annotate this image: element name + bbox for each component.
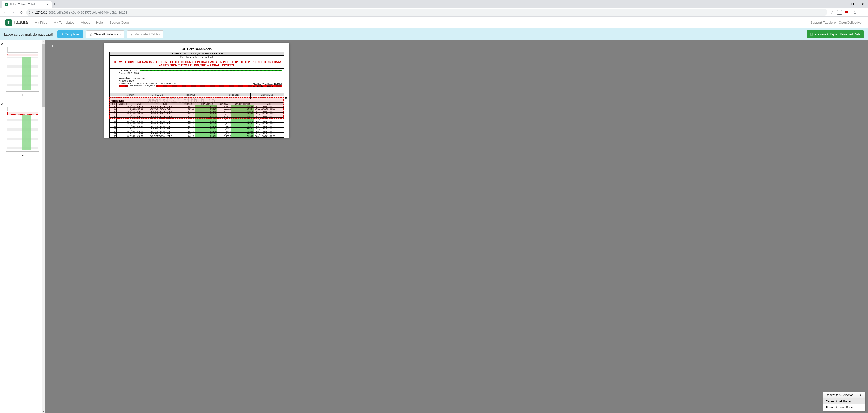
menu-icon[interactable]: ⋮ bbox=[860, 9, 866, 15]
reg-value: 8 bbox=[151, 96, 165, 99]
maximize-button[interactable]: ❐ bbox=[847, 0, 858, 8]
url-box[interactable]: i 127.0.0.1:8080/pdf/a688efc6df04854570b… bbox=[26, 9, 827, 16]
scroll-thumb[interactable] bbox=[42, 44, 45, 107]
table-row: 6852/9/2016 16:19CONVENTIONAL PERF9,071.… bbox=[110, 105, 284, 108]
autodetect-label: Autodetect Tables bbox=[135, 33, 160, 36]
close-window-button[interactable]: ✕ bbox=[858, 0, 868, 8]
col-job: Job bbox=[254, 103, 284, 105]
nav-help[interactable]: Help bbox=[96, 21, 103, 24]
repeat-selection-button[interactable]: Repeat this Selection ▾ bbox=[824, 392, 865, 398]
prod-value: 2/22/2016 13:00 bbox=[251, 96, 284, 99]
thumbnail-1-number: 1 bbox=[2, 93, 43, 96]
spud-label: Spud Date bbox=[217, 94, 250, 96]
download-icon bbox=[61, 33, 64, 36]
bookmark-icon[interactable]: ☆ bbox=[829, 9, 835, 15]
clear-label: Clear All Selections bbox=[94, 33, 121, 36]
col-btmtvd: Btm (TVD) (ftKB) bbox=[231, 103, 254, 105]
scroll-down-arrow[interactable]: ▼ bbox=[42, 410, 45, 413]
bolt-icon bbox=[130, 33, 133, 36]
thumbnail-2-number: 2 bbox=[2, 153, 43, 156]
export-label: Preview & Export Extracted Data bbox=[814, 33, 861, 36]
table-row: 6652/9/2016 10:59CONVENTIONAL PERF9,371.… bbox=[110, 130, 284, 133]
extension-badge-icon[interactable]: 0 bbox=[837, 10, 842, 15]
preview-export-button[interactable]: Preview & Export Extracted Data bbox=[807, 31, 864, 38]
col-top: Top (ftKB) bbox=[181, 103, 195, 105]
col-toptvd: Top (TVD) (ftKB) bbox=[195, 103, 217, 105]
clear-selections-button[interactable]: Clear All Selections bbox=[86, 31, 125, 38]
schem-conductor: Conductor; 26.0-120.0 bbox=[119, 70, 139, 72]
header-row: API/UWI42-003-46352-0000 ST REG DIST8 Fi… bbox=[110, 94, 284, 99]
meta-horizontal: HORIZONTAL - Original, 5/16/2016 8:55:32… bbox=[110, 52, 284, 55]
schem-td: TD - Original; 19,441.0 bbox=[253, 85, 282, 88]
thumbnail-sidebar: ✕ 1 ✕ 2 ▲ ▼ bbox=[0, 40, 45, 413]
repeat-all-pages-item[interactable]: Repeat to All Pages bbox=[824, 398, 865, 405]
scroll-up-arrow[interactable]: ▲ bbox=[42, 40, 45, 43]
thumbnail-2-close[interactable]: ✕ bbox=[1, 102, 4, 105]
main-area: 1. UL Perf Schematic HORIZONTAL - Origin… bbox=[45, 40, 868, 413]
col-date: Date bbox=[129, 103, 149, 105]
site-info-icon[interactable]: i bbox=[29, 11, 33, 14]
reload-button[interactable] bbox=[18, 9, 24, 15]
forward-button[interactable] bbox=[10, 9, 16, 15]
table-row: 6752/9/2016 13:31CONVENTIONAL PERF9,221.… bbox=[110, 118, 284, 120]
sidebar-scrollbar[interactable]: ▲ ▼ bbox=[42, 40, 45, 413]
thumbnail-1-wrap: ✕ 1 bbox=[2, 42, 43, 96]
nav-source-code[interactable]: Source Code bbox=[109, 21, 129, 24]
col-cluster: Cluster # bbox=[116, 103, 129, 105]
url-host: 127.0.0.1 bbox=[34, 11, 48, 14]
thumbnail-2[interactable] bbox=[6, 102, 39, 151]
thumbnail-1[interactable] bbox=[6, 42, 39, 92]
col-btm: Btm (ftKB) bbox=[217, 103, 231, 105]
clear-icon bbox=[89, 33, 92, 36]
prod-label: On Prod Date bbox=[251, 94, 284, 96]
table-icon bbox=[810, 33, 813, 36]
notice-text: THIS WELLBORE DIAGRAM IS REFLECTIVE OF T… bbox=[110, 59, 284, 68]
close-tab-icon[interactable]: ✕ bbox=[46, 3, 49, 6]
field-label: Field Name bbox=[165, 94, 217, 96]
mcafee-icon[interactable]: ⛊ bbox=[844, 9, 850, 15]
table-row: 6842/9/2016 16:18CONVENTIONAL PERF9,101.… bbox=[110, 108, 284, 110]
meta-directional: Directional schematic (actual) bbox=[110, 55, 284, 59]
templates-label: Templates bbox=[65, 33, 80, 36]
tabula-logo[interactable]: T Tabula bbox=[5, 20, 28, 26]
nav-my-templates[interactable]: My Templates bbox=[54, 21, 74, 24]
toolbar: lattice-survey-multiple-pages.pdf Templa… bbox=[0, 29, 868, 40]
schem-production: Production; 8,140.0-19,441.0 bbox=[129, 85, 155, 87]
field-value: SPRABERRY (TREND AREA) bbox=[165, 96, 217, 99]
browser-tab[interactable]: T Select Tables | Tabula ✕ bbox=[2, 1, 52, 8]
svg-point-0 bbox=[855, 11, 856, 12]
repeat-next-page-item[interactable]: Repeat to Next Page bbox=[824, 405, 865, 411]
address-bar: i 127.0.0.1:8080/pdf/a688efc6df04854570b… bbox=[0, 8, 868, 17]
pdf-page[interactable]: UL Perf Schematic HORIZONTAL - Original,… bbox=[104, 43, 289, 138]
table-row: 6722/9/2016 13:28CONVENTIONAL PERF9,311.… bbox=[110, 125, 284, 128]
back-button[interactable] bbox=[2, 9, 8, 15]
tab-title: Select Tables | Tabula bbox=[10, 3, 36, 6]
minimize-button[interactable]: — bbox=[837, 0, 847, 8]
support-link[interactable]: Support Tabula on OpenCollective! bbox=[810, 21, 863, 24]
wellbore-schematic: Conductor; 26.0-120.0 Surface; 120.0-1,8… bbox=[110, 69, 284, 94]
nav-my-files[interactable]: My Files bbox=[35, 21, 47, 24]
profile-icon[interactable] bbox=[852, 9, 858, 15]
schem-kickoff: Kick Off; 8,209.0 bbox=[119, 80, 133, 82]
selection-close-icon[interactable]: ✕ bbox=[285, 96, 287, 100]
templates-button[interactable]: Templates bbox=[57, 31, 83, 38]
api-value: 42-003-46352-0000 bbox=[110, 96, 151, 99]
brand-name: Tabula bbox=[13, 20, 28, 25]
table-row: 6822/9/2016 16:16CONVENTIONAL PERF9,161.… bbox=[110, 113, 284, 115]
nav-links: My Files My Templates About Help Source … bbox=[35, 21, 129, 24]
autodetect-button[interactable]: Autodetect Tables bbox=[127, 31, 163, 38]
schem-tubing: TUBING - PRODUCTION; 2 7/8; 26.0-8,897.4… bbox=[119, 82, 176, 84]
col-type: Type bbox=[149, 103, 181, 105]
schem-surface: Surface; 120.0-1,859.0 bbox=[119, 72, 140, 74]
thumbnail-1-close[interactable]: ✕ bbox=[1, 42, 4, 46]
thumbnail-2-wrap: ✕ 2 bbox=[2, 102, 43, 156]
nav-about[interactable]: About bbox=[81, 21, 90, 24]
table-row: 6832/9/2016 16:17CONVENTIONAL PERF9,131.… bbox=[110, 110, 284, 113]
workspace: ✕ 1 ✕ 2 ▲ ▼ 1. bbox=[0, 40, 868, 413]
repeat-selection-label: Repeat this Selection bbox=[826, 393, 854, 397]
reg-label: ST REG DIST bbox=[151, 94, 165, 96]
dropdown-caret-icon[interactable]: ▾ bbox=[859, 393, 862, 397]
col-int: Int # bbox=[110, 103, 117, 105]
new-tab-button[interactable]: + bbox=[53, 2, 56, 6]
tabula-logo-icon: T bbox=[5, 20, 12, 26]
